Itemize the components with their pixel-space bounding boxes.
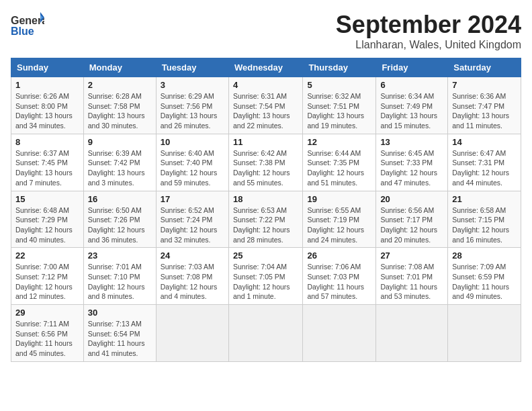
day-detail: Sunrise: 6:50 AM Sunset: 7:26 PM Dayligh… bbox=[88, 205, 152, 245]
day-detail: Sunrise: 7:08 AM Sunset: 7:01 PM Dayligh… bbox=[380, 262, 443, 302]
day-detail: Sunrise: 7:03 AM Sunset: 7:08 PM Dayligh… bbox=[161, 262, 224, 302]
calendar-day-cell: 13Sunrise: 6:45 AM Sunset: 7:33 PM Dayli… bbox=[376, 134, 448, 191]
day-detail: Sunrise: 6:28 AM Sunset: 7:58 PM Dayligh… bbox=[88, 91, 152, 131]
day-detail: Sunrise: 7:04 AM Sunset: 7:05 PM Dayligh… bbox=[233, 262, 298, 302]
calendar-day-cell bbox=[228, 305, 302, 362]
logo: General Blue bbox=[11, 11, 47, 38]
calendar-day-cell: 9Sunrise: 6:39 AM Sunset: 7:42 PM Daylig… bbox=[83, 134, 156, 191]
day-detail: Sunrise: 7:01 AM Sunset: 7:10 PM Dayligh… bbox=[88, 262, 152, 302]
weekday-header-wednesday: Wednesday bbox=[228, 58, 302, 77]
calendar-day-cell: 22Sunrise: 7:00 AM Sunset: 7:12 PM Dayli… bbox=[11, 248, 84, 305]
day-detail: Sunrise: 6:58 AM Sunset: 7:15 PM Dayligh… bbox=[452, 205, 517, 245]
day-number: 2 bbox=[88, 80, 152, 90]
calendar-week-row: 8Sunrise: 6:37 AM Sunset: 7:45 PM Daylig… bbox=[11, 134, 521, 191]
day-detail: Sunrise: 6:48 AM Sunset: 7:29 PM Dayligh… bbox=[15, 205, 79, 245]
calendar-day-cell bbox=[376, 305, 448, 362]
day-detail: Sunrise: 6:42 AM Sunset: 7:38 PM Dayligh… bbox=[233, 148, 298, 188]
calendar-day-cell: 4Sunrise: 6:31 AM Sunset: 7:54 PM Daylig… bbox=[228, 77, 302, 134]
day-number: 20 bbox=[380, 194, 443, 204]
day-detail: Sunrise: 7:06 AM Sunset: 7:03 PM Dayligh… bbox=[307, 262, 371, 302]
calendar-day-cell: 2Sunrise: 6:28 AM Sunset: 7:58 PM Daylig… bbox=[83, 77, 156, 134]
calendar-day-cell: 27Sunrise: 7:08 AM Sunset: 7:01 PM Dayli… bbox=[376, 248, 448, 305]
logo-icon: General Blue bbox=[11, 11, 44, 38]
day-number: 14 bbox=[452, 137, 517, 147]
calendar-day-cell: 5Sunrise: 6:32 AM Sunset: 7:51 PM Daylig… bbox=[303, 77, 376, 134]
calendar-week-row: 22Sunrise: 7:00 AM Sunset: 7:12 PM Dayli… bbox=[11, 248, 521, 305]
day-number: 28 bbox=[452, 250, 517, 261]
day-number: 15 bbox=[15, 194, 79, 204]
weekday-header-monday: Monday bbox=[83, 58, 156, 77]
calendar-day-cell: 1Sunrise: 6:26 AM Sunset: 8:00 PM Daylig… bbox=[11, 77, 84, 134]
calendar-day-cell: 18Sunrise: 6:53 AM Sunset: 7:22 PM Dayli… bbox=[228, 191, 302, 248]
day-number: 17 bbox=[161, 194, 224, 204]
calendar-day-cell: 24Sunrise: 7:03 AM Sunset: 7:08 PM Dayli… bbox=[156, 248, 228, 305]
calendar-week-row: 1Sunrise: 6:26 AM Sunset: 8:00 PM Daylig… bbox=[11, 77, 521, 134]
calendar-day-cell bbox=[303, 305, 376, 362]
day-number: 3 bbox=[161, 80, 224, 90]
calendar-day-cell: 30Sunrise: 7:13 AM Sunset: 6:54 PM Dayli… bbox=[83, 305, 156, 362]
calendar-day-cell: 3Sunrise: 6:29 AM Sunset: 7:56 PM Daylig… bbox=[156, 77, 228, 134]
day-number: 12 bbox=[307, 137, 371, 147]
weekday-header-row: SundayMondayTuesdayWednesdayThursdayFrid… bbox=[11, 58, 521, 77]
page-header: General Blue September 2024 Llanharan, W… bbox=[11, 11, 521, 51]
calendar-day-cell: 20Sunrise: 6:56 AM Sunset: 7:17 PM Dayli… bbox=[376, 191, 448, 248]
calendar-day-cell: 8Sunrise: 6:37 AM Sunset: 7:45 PM Daylig… bbox=[11, 134, 84, 191]
calendar-day-cell: 10Sunrise: 6:40 AM Sunset: 7:40 PM Dayli… bbox=[156, 134, 228, 191]
day-detail: Sunrise: 7:11 AM Sunset: 6:56 PM Dayligh… bbox=[15, 319, 79, 359]
day-detail: Sunrise: 6:36 AM Sunset: 7:47 PM Dayligh… bbox=[452, 91, 517, 131]
calendar-day-cell: 16Sunrise: 6:50 AM Sunset: 7:26 PM Dayli… bbox=[83, 191, 156, 248]
calendar-day-cell: 29Sunrise: 7:11 AM Sunset: 6:56 PM Dayli… bbox=[11, 305, 84, 362]
day-detail: Sunrise: 6:52 AM Sunset: 7:24 PM Dayligh… bbox=[161, 205, 224, 245]
svg-text:Blue: Blue bbox=[11, 26, 34, 37]
day-number: 22 bbox=[15, 250, 79, 261]
calendar-week-row: 29Sunrise: 7:11 AM Sunset: 6:56 PM Dayli… bbox=[11, 305, 521, 362]
day-number: 11 bbox=[233, 137, 298, 147]
day-number: 4 bbox=[233, 80, 298, 90]
calendar-day-cell bbox=[156, 305, 228, 362]
day-number: 19 bbox=[307, 194, 371, 204]
day-detail: Sunrise: 6:39 AM Sunset: 7:42 PM Dayligh… bbox=[88, 148, 152, 188]
calendar-day-cell: 17Sunrise: 6:52 AM Sunset: 7:24 PM Dayli… bbox=[156, 191, 228, 248]
day-detail: Sunrise: 6:32 AM Sunset: 7:51 PM Dayligh… bbox=[307, 91, 371, 131]
calendar-day-cell: 25Sunrise: 7:04 AM Sunset: 7:05 PM Dayli… bbox=[228, 248, 302, 305]
day-detail: Sunrise: 6:45 AM Sunset: 7:33 PM Dayligh… bbox=[380, 148, 443, 188]
day-number: 30 bbox=[88, 308, 152, 318]
calendar-day-cell: 21Sunrise: 6:58 AM Sunset: 7:15 PM Dayli… bbox=[448, 191, 521, 248]
day-number: 21 bbox=[452, 194, 517, 204]
calendar-day-cell: 12Sunrise: 6:44 AM Sunset: 7:35 PM Dayli… bbox=[303, 134, 376, 191]
day-number: 7 bbox=[452, 80, 517, 90]
weekday-header-sunday: Sunday bbox=[11, 58, 84, 77]
day-detail: Sunrise: 6:53 AM Sunset: 7:22 PM Dayligh… bbox=[233, 205, 298, 245]
day-detail: Sunrise: 6:55 AM Sunset: 7:19 PM Dayligh… bbox=[307, 205, 371, 245]
calendar-day-cell: 23Sunrise: 7:01 AM Sunset: 7:10 PM Dayli… bbox=[83, 248, 156, 305]
day-number: 27 bbox=[380, 250, 443, 261]
calendar-week-row: 15Sunrise: 6:48 AM Sunset: 7:29 PM Dayli… bbox=[11, 191, 521, 248]
location-subtitle: Llanharan, Wales, United Kingdom bbox=[336, 39, 521, 51]
day-number: 5 bbox=[307, 80, 371, 90]
day-detail: Sunrise: 7:09 AM Sunset: 6:59 PM Dayligh… bbox=[452, 262, 517, 302]
day-detail: Sunrise: 7:13 AM Sunset: 6:54 PM Dayligh… bbox=[88, 319, 152, 359]
weekday-header-friday: Friday bbox=[376, 58, 448, 77]
svg-text:General: General bbox=[11, 15, 44, 26]
day-number: 25 bbox=[233, 250, 298, 261]
day-number: 23 bbox=[88, 250, 152, 261]
day-number: 16 bbox=[88, 194, 152, 204]
day-detail: Sunrise: 6:44 AM Sunset: 7:35 PM Dayligh… bbox=[307, 148, 371, 188]
day-detail: Sunrise: 6:29 AM Sunset: 7:56 PM Dayligh… bbox=[161, 91, 224, 131]
weekday-header-thursday: Thursday bbox=[303, 58, 376, 77]
day-number: 29 bbox=[15, 308, 79, 318]
title-block: September 2024 Llanharan, Wales, United … bbox=[336, 11, 521, 51]
calendar-day-cell bbox=[448, 305, 521, 362]
day-number: 26 bbox=[307, 250, 371, 261]
day-number: 9 bbox=[88, 137, 152, 147]
day-detail: Sunrise: 6:26 AM Sunset: 8:00 PM Dayligh… bbox=[15, 91, 79, 131]
calendar-day-cell: 28Sunrise: 7:09 AM Sunset: 6:59 PM Dayli… bbox=[448, 248, 521, 305]
calendar-day-cell: 7Sunrise: 6:36 AM Sunset: 7:47 PM Daylig… bbox=[448, 77, 521, 134]
day-detail: Sunrise: 6:34 AM Sunset: 7:49 PM Dayligh… bbox=[380, 91, 443, 131]
calendar-day-cell: 11Sunrise: 6:42 AM Sunset: 7:38 PM Dayli… bbox=[228, 134, 302, 191]
day-detail: Sunrise: 6:31 AM Sunset: 7:54 PM Dayligh… bbox=[233, 91, 298, 131]
day-number: 10 bbox=[161, 137, 224, 147]
day-detail: Sunrise: 7:00 AM Sunset: 7:12 PM Dayligh… bbox=[15, 262, 79, 302]
day-number: 13 bbox=[380, 137, 443, 147]
day-number: 1 bbox=[15, 80, 79, 90]
